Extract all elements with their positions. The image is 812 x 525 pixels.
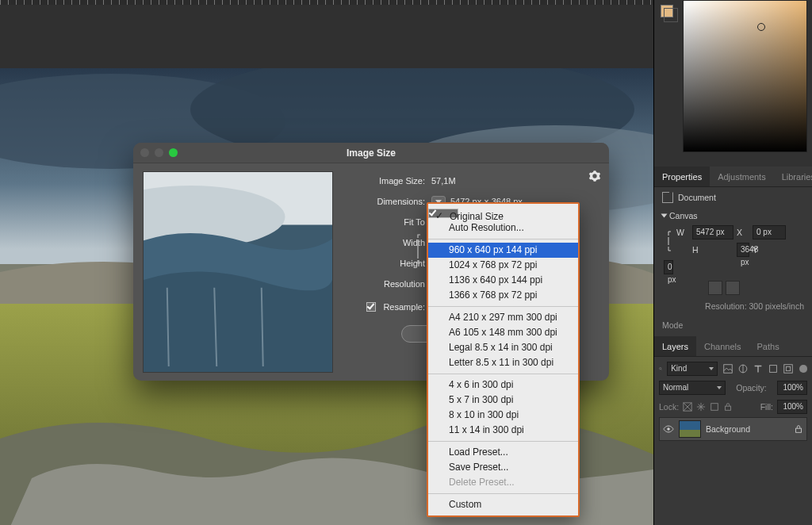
document-label: Document xyxy=(678,193,716,202)
lock-position-icon[interactable] xyxy=(696,402,706,412)
search-icon[interactable] xyxy=(659,363,662,374)
resample-label: Resample: xyxy=(383,302,425,312)
fit-to-item-11x14[interactable]: 11 x 14 in 300 dpi xyxy=(428,423,578,438)
fit-to-item-4x6[interactable]: 4 x 6 in 300 dpi xyxy=(428,377,578,393)
properties-panel: Properties Adjustments Libraries Documen… xyxy=(654,167,812,336)
fit-to-item-letter[interactable]: Letter 8.5 x 11 in 300 dpi xyxy=(428,355,578,370)
fit-to-item-original[interactable]: Original Size xyxy=(428,209,458,218)
tab-adjustments[interactable]: Adjustments xyxy=(710,167,774,186)
filter-type-icon[interactable] xyxy=(753,363,764,374)
tab-layers[interactable]: Layers xyxy=(654,336,696,356)
fit-to-item-1136x640[interactable]: 1136 x 640 px 144 ppi xyxy=(428,273,578,288)
fit-to-item-1024x768[interactable]: 1024 x 768 px 72 ppi xyxy=(428,258,578,273)
resolution-label: Resolution xyxy=(338,279,425,289)
lock-pixels-icon[interactable] xyxy=(683,402,692,412)
fit-to-item-960x640[interactable]: 960 x 640 px 144 ppi xyxy=(428,243,578,258)
fit-to-item-8x10[interactable]: 8 x 10 in 300 dpi xyxy=(428,408,578,423)
resolution-text: Resolution: 300 pixels/inch xyxy=(662,301,804,311)
fill-label: Fill: xyxy=(760,402,773,412)
svg-rect-14 xyxy=(787,366,791,370)
tab-libraries[interactable]: Libraries xyxy=(774,167,812,186)
fit-to-label: Fit To xyxy=(338,217,425,227)
fit-to-item-load-preset[interactable]: Load Preset... xyxy=(428,445,578,460)
layer-name: Background xyxy=(706,424,750,434)
svg-rect-19 xyxy=(796,428,802,432)
image-size-preview xyxy=(143,171,333,373)
resample-checkbox[interactable] xyxy=(366,302,376,312)
fill-field[interactable]: 100% xyxy=(777,400,807,414)
fit-to-item-custom[interactable]: Custom xyxy=(428,497,578,512)
svg-point-9 xyxy=(660,367,661,369)
height-field[interactable]: 3648 px xyxy=(737,243,749,257)
filter-pixel-icon[interactable] xyxy=(722,363,733,374)
fit-to-item-legal[interactable]: Legal 8.5 x 14 in 300 dpi xyxy=(428,340,578,355)
filter-smart-icon[interactable] xyxy=(783,363,794,374)
opacity-field[interactable]: 100% xyxy=(777,381,807,395)
gear-icon[interactable] xyxy=(588,170,601,184)
svg-rect-17 xyxy=(726,406,731,410)
tab-channels[interactable]: Channels xyxy=(696,336,749,356)
tab-paths[interactable]: Paths xyxy=(749,336,787,356)
fit-to-item-5x7[interactable]: 5 x 7 in 300 dpi xyxy=(428,393,578,408)
layer-filter-kind-select[interactable]: Kind xyxy=(667,362,718,376)
lock-artboard-icon[interactable] xyxy=(710,402,719,412)
orientation-portrait-icon[interactable] xyxy=(708,281,722,295)
document-icon xyxy=(662,192,673,203)
link-dimensions-icon[interactable] xyxy=(664,231,673,251)
layer-filter-toggle[interactable] xyxy=(802,365,807,373)
window-minimize-icon[interactable] xyxy=(155,148,163,157)
fit-to-item-1366x768[interactable]: 1366 x 768 px 72 ppi xyxy=(428,288,578,303)
window-zoom-icon[interactable] xyxy=(169,148,178,157)
layer-row-background[interactable]: Background xyxy=(659,417,807,441)
svg-rect-10 xyxy=(724,365,733,374)
foreground-background-swatch[interactable] xyxy=(661,5,673,17)
fit-to-popup: Original Size Auto Resolution... 960 x 6… xyxy=(427,202,580,517)
x-field[interactable]: 0 px xyxy=(753,225,786,240)
fit-to-item-a4[interactable]: A4 210 x 297 mm 300 dpi xyxy=(428,310,578,325)
layers-panel: Layers Channels Paths Kind xyxy=(654,336,812,447)
visibility-eye-icon[interactable] xyxy=(663,423,674,435)
dialog-titlebar[interactable]: Image Size xyxy=(133,143,609,163)
layer-lock-icon[interactable] xyxy=(794,424,803,434)
lock-all-icon[interactable] xyxy=(723,402,733,412)
dialog-title: Image Size xyxy=(133,143,609,163)
x-label: X xyxy=(737,228,749,237)
color-cursor-icon xyxy=(757,23,765,31)
svg-rect-13 xyxy=(784,365,793,374)
w-label: W xyxy=(676,228,689,237)
constrain-proportions-icon[interactable] xyxy=(412,233,423,265)
fit-to-item-save-preset[interactable]: Save Preset... xyxy=(428,460,578,475)
y-field[interactable]: 0 px xyxy=(664,260,673,274)
canvas-section-label: Canvas xyxy=(669,211,698,220)
image-size-label: Image Size: xyxy=(338,176,425,186)
fit-to-item-a6[interactable]: A6 105 x 148 mm 300 dpi xyxy=(428,325,578,340)
layer-thumbnail xyxy=(679,420,701,438)
width-field[interactable]: 5472 px xyxy=(692,225,733,240)
y-label: Y xyxy=(753,245,786,255)
color-picker-panel xyxy=(654,0,812,167)
svg-rect-12 xyxy=(770,366,777,373)
lock-label: Lock: xyxy=(659,402,679,412)
svg-rect-16 xyxy=(711,404,718,411)
h-label: H xyxy=(692,245,733,255)
dimensions-label: Dimensions: xyxy=(338,197,425,206)
canvas-section-toggle[interactable]: Canvas xyxy=(662,211,804,220)
window-close-icon[interactable] xyxy=(140,148,149,157)
tab-properties[interactable]: Properties xyxy=(654,167,710,186)
orientation-landscape-icon[interactable] xyxy=(726,281,740,295)
filter-adjust-icon[interactable] xyxy=(737,363,749,374)
mode-label: Mode xyxy=(662,320,804,330)
fit-to-item-auto-resolution[interactable]: Auto Resolution... xyxy=(428,220,578,236)
right-panels: Properties Adjustments Libraries Documen… xyxy=(653,0,812,525)
blend-mode-select[interactable]: Normal xyxy=(659,381,726,395)
image-size-value: 57,1M xyxy=(431,176,456,186)
svg-point-18 xyxy=(667,427,670,431)
opacity-label: Opacity: xyxy=(736,383,767,393)
fit-to-item-delete-preset: Delete Preset... xyxy=(428,475,578,490)
color-field[interactable] xyxy=(683,0,807,152)
filter-shape-icon[interactable] xyxy=(768,363,779,374)
